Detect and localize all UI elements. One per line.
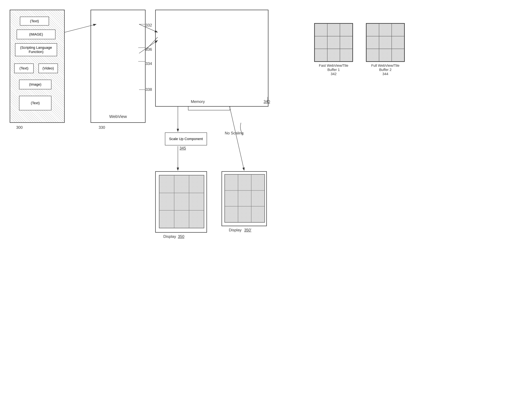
memory-label: Memory bbox=[191, 99, 205, 104]
memory-box-340: Fast WebView/Tile Buffer 1 342 Full WebV… bbox=[155, 10, 269, 107]
no-scaling-label: No Scaling bbox=[225, 131, 244, 135]
display-tile-cell bbox=[251, 206, 264, 222]
display-tile-cell bbox=[225, 175, 238, 191]
text-box-1: (Text) bbox=[20, 17, 49, 26]
display-tile-cell bbox=[189, 210, 204, 228]
tile-cell bbox=[327, 24, 340, 36]
ref-345: 345 bbox=[179, 146, 186, 150]
display-label-left: Display bbox=[163, 234, 176, 239]
ref-342: 342 bbox=[331, 72, 337, 76]
tile-cell bbox=[327, 49, 340, 61]
display-left-grid bbox=[159, 175, 204, 228]
ref-350p: 350' bbox=[244, 228, 252, 232]
fast-buffer-label: Fast WebView/Tile Buffer 1 342 bbox=[316, 64, 351, 76]
webview-title: WebView bbox=[91, 114, 145, 119]
ref-338: 338 bbox=[146, 87, 152, 92]
display-tile-cell bbox=[174, 175, 189, 193]
tile-cell bbox=[327, 36, 340, 49]
display-tile-cell bbox=[238, 175, 251, 191]
display-tile-cell bbox=[225, 191, 238, 206]
ref-344: 344 bbox=[382, 72, 388, 76]
tile-cell bbox=[315, 36, 327, 49]
display-tile-cell bbox=[225, 206, 238, 222]
display-tile-cell bbox=[238, 191, 251, 206]
display-tile-cell bbox=[251, 175, 264, 191]
suc-label: Scale Up Component bbox=[169, 137, 203, 141]
display-tile-cell bbox=[159, 193, 174, 210]
image-box-b: (Image) bbox=[19, 80, 51, 89]
image-box: (IMAGE) bbox=[17, 30, 56, 39]
ref-350: 350 bbox=[178, 234, 184, 239]
display-tile-cell bbox=[159, 210, 174, 228]
tile-cell bbox=[315, 49, 327, 61]
ref-330: 330 bbox=[99, 125, 105, 130]
tile-cell bbox=[366, 49, 379, 61]
script-box: (Scripting LanguageFunction) bbox=[15, 43, 57, 56]
tile-cell bbox=[366, 36, 379, 49]
svg-line-7 bbox=[230, 107, 244, 170]
tile-cell bbox=[340, 36, 353, 49]
tile-cell bbox=[366, 24, 379, 36]
tile-cell bbox=[379, 49, 392, 61]
display-tile-cell bbox=[174, 193, 189, 210]
text-box-3: (Text) bbox=[19, 96, 51, 110]
suc-box: Scale Up Component bbox=[165, 132, 207, 145]
display-tile-cell bbox=[251, 191, 264, 206]
tile-cell bbox=[392, 49, 404, 61]
tile-cell bbox=[392, 36, 404, 49]
tile-cell bbox=[340, 24, 353, 36]
full-buffer-label: Full WebView/Tile Buffer 2 344 bbox=[368, 64, 403, 76]
display-tile-cell bbox=[174, 210, 189, 228]
display-tile-cell bbox=[238, 206, 251, 222]
fast-tile-grid bbox=[314, 23, 353, 62]
ref-300: 300 bbox=[16, 125, 23, 130]
diagram: (Text) (IMAGE) (Scripting LanguageFuncti… bbox=[0, 0, 532, 395]
ref-336: 336 bbox=[146, 47, 152, 52]
tile-cell bbox=[379, 36, 392, 49]
ref-340: 340 bbox=[263, 99, 270, 104]
display-label-right: Display bbox=[229, 228, 241, 232]
full-tile-grid bbox=[366, 23, 405, 62]
tile-cell bbox=[315, 24, 327, 36]
ref-334: 334 bbox=[146, 61, 152, 66]
ref-332: 332 bbox=[146, 23, 152, 27]
video-box: (Video) bbox=[39, 64, 58, 73]
display-tile-cell bbox=[159, 175, 174, 193]
webview-box-330: WebView Render Widget Compositor Scale D… bbox=[90, 10, 146, 123]
display-tile-cell bbox=[189, 193, 204, 210]
display-right-grid bbox=[224, 174, 265, 223]
display-left bbox=[155, 171, 207, 233]
text-box-2: (Text) bbox=[14, 64, 34, 73]
display-tile-cell bbox=[189, 175, 204, 193]
tile-cell bbox=[379, 24, 392, 36]
display-right bbox=[222, 171, 267, 226]
tile-cell bbox=[340, 49, 353, 61]
tile-cell bbox=[392, 24, 404, 36]
hatch-box-300: (Text) (IMAGE) (Scripting LanguageFuncti… bbox=[10, 10, 65, 123]
